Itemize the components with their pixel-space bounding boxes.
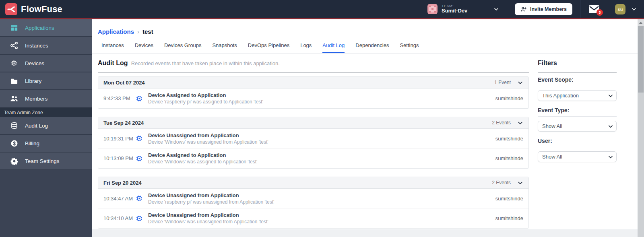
group-date: Tue Sep 24 2024 [103,120,144,126]
applications-icon [10,24,18,32]
chevron-down-icon[interactable] [517,80,523,86]
tab-settings[interactable]: Settings [400,42,419,53]
sidebar-item-label: Members [25,96,47,102]
group-events: 10:19:31 PM Device Unassigned from Appli… [98,129,528,168]
notification-badge: 3 [597,9,603,16]
gear-icon [10,157,18,165]
tab-instances[interactable]: Instances [101,42,124,53]
vertical-scrollbar[interactable] [638,19,644,237]
top-navbar: FlowFuse TEAM: Sumit-Dev [0,0,644,19]
event-body: Device Unassigned from Application Devic… [148,212,495,225]
filter-field: Event Scope: This Application [538,76,617,101]
team-avatar-icon [427,4,438,14]
tab-devices-groups[interactable]: Devices Groups [164,42,201,53]
audit-group-header[interactable]: Tue Sep 24 2024 2 Events [98,117,528,129]
chip-icon [10,59,18,67]
scrollbar-up-arrow[interactable] [638,19,644,26]
event-time: 10:34:47 AM [103,196,136,202]
sidebar-item-billing[interactable]: Billing [0,135,92,153]
team-meta: TEAM: Sumit-Dev [442,4,467,14]
chip-icon [136,215,143,222]
folder-icon [10,77,18,85]
filter-select-event-scope[interactable]: This Application [538,90,617,101]
audit-group-header[interactable]: Mon Oct 07 2024 1 Event [98,77,528,89]
notifications-button[interactable]: 3 [589,5,599,13]
database-icon [10,122,18,130]
filters-divider [538,72,617,72]
group-date: Mon Oct 07 2024 [103,80,145,86]
invite-wrap: Invite Members [507,0,580,18]
event-body: Device Assigned to Application Device 'W… [148,152,495,165]
event-user: sumitshinde [495,196,523,202]
sidebar-item-label: Devices [25,60,44,66]
tab-dependencies[interactable]: Dependencies [355,42,389,53]
instances-icon [10,41,18,49]
event-user: sumitshinde [495,215,523,221]
group-events: 10:34:47 AM Device Unassigned from Appli… [98,189,528,228]
tab-devops-pipelines[interactable]: DevOps Pipelines [248,42,289,53]
audit-event-row: 10:19:31 PM Device Unassigned from Appli… [98,129,528,148]
audit-group-header[interactable]: Fri Sep 20 2024 2 Events [98,177,528,189]
filter-label: User: [538,138,617,147]
event-description: Device 'Windows' was assigned to Applica… [148,159,495,165]
users-icon [10,95,18,103]
sidebar-item-label: Applications [25,25,54,31]
event-user: sumitshinde [495,136,523,142]
app-root: FlowFuse TEAM: Sumit-Dev [0,0,644,237]
sidebar-item-library[interactable]: Library [0,72,92,90]
scrollbar-thumb[interactable] [638,26,644,93]
logo-text: FlowFuse [21,4,62,14]
tab-audit-log[interactable]: Audit Log [322,42,345,53]
breadcrumb-applications-link[interactable]: Applications [98,28,134,35]
breadcrumb-separator: › [137,28,139,35]
sidebar-admin-nav: Audit Log Billing Team Settings [0,117,92,170]
sidebar-item-applications[interactable]: Applications [0,19,92,37]
sidebar-item-label: Team Settings [25,158,60,164]
event-body: Device Unassigned from Application Devic… [148,192,495,205]
filter-fields: Event Scope: This Application Event Type… [538,76,617,162]
filter-label: Event Type: [538,107,617,117]
audit-log-groups: Mon Oct 07 2024 1 Event 9:42:33 PM Devic… [98,76,529,229]
filter-select-user[interactable]: Show All [538,151,617,162]
chevron-down-icon[interactable] [517,120,523,126]
sidebar-item-instances[interactable]: Instances [0,37,92,55]
filter-select-event-type[interactable]: Show All [538,121,617,132]
team-selector[interactable]: TEAM: Sumit-Dev [420,0,507,18]
flowfuse-logo-icon [5,3,17,15]
dollar-icon [10,139,18,147]
audit-event-row: 10:34:10 AM Device Unassigned from Appli… [98,208,528,228]
chevron-down-icon[interactable] [517,180,523,186]
sidebar-item-team-settings[interactable]: Team Settings [0,153,92,170]
filter-field: Event Type: Show All [538,107,617,132]
event-title: Device Assigned to Application [148,92,495,98]
chevron-down-icon [483,6,500,12]
group-events: 9:42:33 PM Device Assigned to Applicatio… [98,89,528,108]
sidebar-item-label: Instances [25,43,48,49]
tab-snapshots[interactable]: Snapshots [212,42,237,53]
chip-icon [136,195,143,202]
sidebar-item-label: Audit Log [25,123,48,129]
sidebar-item-devices[interactable]: Devices [0,55,92,72]
audit-log-section: Audit Log Recorded events that have take… [98,60,529,237]
event-time: 9:42:33 PM [103,95,136,101]
audit-log-group: Mon Oct 07 2024 1 Event 9:42:33 PM Devic… [98,76,529,109]
user-plus-icon [520,6,527,12]
breadcrumb-current: test [142,28,153,35]
flowfuse-logo[interactable]: FlowFuse [0,0,62,18]
chip-icon [136,135,143,142]
event-body: Device Unassigned from Application Devic… [148,132,495,145]
chevron-down-icon [631,6,637,12]
user-menu[interactable]: su [608,0,644,18]
audit-log-group: Fri Sep 20 2024 2 Events 10:34:47 AM Dev… [98,177,529,229]
sidebar: Applications Instances Devices Library M… [0,19,92,237]
sidebar-item-audit-log[interactable]: Audit Log [0,117,92,135]
tab-logs[interactable]: Logs [300,42,312,53]
tab-devices[interactable]: Devices [135,42,153,53]
select-wrap: Show All [538,121,617,132]
sidebar-item-members[interactable]: Members [0,90,92,108]
sidebar-item-label: Billing [25,140,39,146]
event-description: Device 'Windows' was unassigned from App… [148,219,495,225]
invite-members-button[interactable]: Invite Members [515,3,572,15]
event-title: Device Unassigned from Application [148,212,495,218]
user-avatar: su [615,4,625,14]
